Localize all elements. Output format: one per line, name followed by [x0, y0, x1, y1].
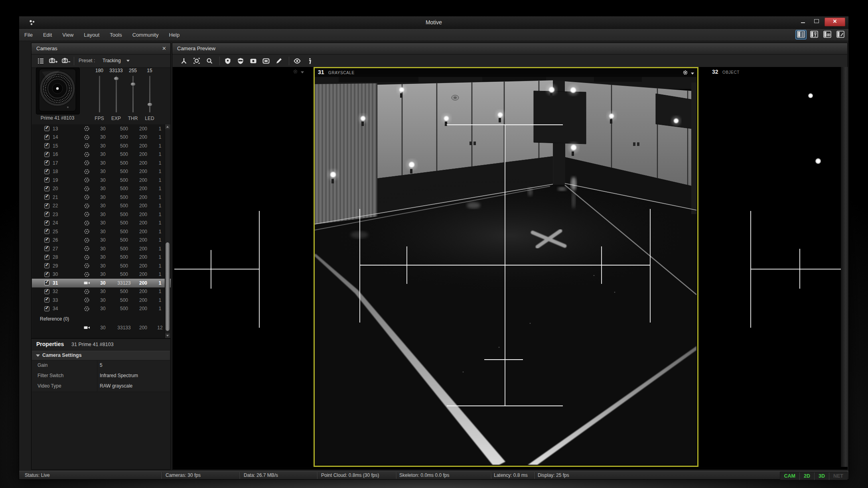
camera-32-preview[interactable]: 32 OBJECT [700, 67, 841, 467]
camera-checkbox[interactable]: ✓ [44, 289, 49, 294]
camera-row-22[interactable]: ✓22305002001 [32, 202, 171, 211]
camera-checkbox[interactable]: ✓ [44, 195, 49, 200]
slider-thumb[interactable] [147, 102, 152, 106]
property-row-video-type[interactable]: Video Type RAW grayscale [32, 381, 170, 392]
property-row-filter-switch[interactable]: Filter Switch Infrared Spectrum [32, 371, 170, 382]
camera-row-20[interactable]: ✓20305002001 [32, 185, 171, 193]
scrollbar-thumb[interactable] [166, 242, 170, 331]
camera-row-19[interactable]: ✓19305002001 [32, 176, 171, 185]
camera-row-18[interactable]: ✓18305002001 [32, 167, 171, 176]
cameras-panel-header[interactable]: Cameras ✕ [32, 43, 170, 55]
slider-led[interactable]: 15LED [142, 68, 158, 121]
scroll-down-icon[interactable] [165, 333, 170, 338]
camera-settings-section[interactable]: Camera Settings [32, 351, 170, 360]
camera-checkbox[interactable]: ✓ [44, 297, 49, 303]
slider-track[interactable] [149, 76, 150, 112]
slider-thumb[interactable] [114, 77, 119, 81]
camera-options-gear-icon[interactable] [293, 69, 304, 76]
camera-row-17[interactable]: ✓17305002001 [32, 159, 171, 167]
slider-exp[interactable]: 33133EXP [108, 68, 124, 121]
layout-edit-button[interactable] [835, 30, 846, 39]
reference-row[interactable]: 303313320012 [32, 323, 171, 332]
mask-band-icon[interactable] [237, 57, 244, 65]
preset-dropdown[interactable]: Tracking [103, 57, 121, 65]
slider-fps[interactable]: 180FPS [91, 68, 107, 121]
close-panel-icon[interactable]: ✕ [162, 43, 166, 54]
draw-mask-icon[interactable] [275, 57, 282, 65]
camera-row-30[interactable]: ✓30305002001 [32, 270, 171, 279]
camera-checkbox[interactable]: ✓ [44, 203, 49, 209]
camera-checkbox[interactable]: ✓ [44, 160, 49, 165]
axis-tool-icon[interactable] [180, 57, 187, 65]
zoom-fit-icon[interactable] [193, 57, 200, 65]
close-button[interactable]: ✕ [825, 18, 845, 26]
camera-checkbox[interactable]: ✓ [44, 238, 49, 243]
mask-add-icon[interactable] [224, 57, 231, 65]
menu-item-view[interactable]: View [57, 30, 79, 41]
camera-row-33[interactable]: ✓33305002001 [32, 296, 171, 305]
menu-item-layout[interactable]: Layout [79, 30, 105, 41]
marker-mode-icon[interactable] [250, 57, 257, 65]
remove-camera-icon[interactable] [62, 57, 71, 65]
menu-item-tools[interactable]: Tools [105, 30, 127, 41]
camera-checkbox[interactable]: ✓ [44, 135, 49, 140]
camera-options-gear-icon[interactable] [683, 70, 694, 77]
camera-preview-left[interactable] [173, 67, 314, 467]
layout-skeleton-button[interactable] [809, 30, 820, 39]
camera-checkbox[interactable]: ✓ [44, 220, 49, 226]
zoom-icon[interactable] [206, 57, 213, 65]
camera-row-27[interactable]: ✓27305002001 [32, 244, 171, 253]
camera-row-21[interactable]: ✓21305002001 [32, 193, 171, 202]
visibility-icon[interactable] [294, 57, 301, 65]
camera-row-28[interactable]: ✓28305002001 [32, 253, 171, 262]
camera-checkbox[interactable]: ✓ [44, 306, 49, 311]
camera-checkbox[interactable]: ✓ [44, 212, 49, 217]
camera-row-16[interactable]: ✓16305002001 [32, 150, 171, 159]
property-row-gain[interactable]: Gain 5 [32, 360, 170, 371]
slider-thr[interactable]: 255THR [125, 68, 141, 121]
camera-row-31[interactable]: ✓3130331232001 [32, 279, 171, 287]
layout-calibrate-button[interactable] [795, 30, 807, 39]
camera-checkbox[interactable]: ✓ [44, 272, 49, 277]
info-icon[interactable] [306, 57, 314, 65]
camera-checkbox[interactable]: ✓ [44, 255, 49, 260]
camera-checkbox[interactable]: ✓ [44, 263, 49, 268]
camera-checkbox[interactable]: ✓ [44, 143, 49, 148]
camera-thumbnail[interactable] [36, 67, 80, 114]
camera-checkbox[interactable]: ✓ [44, 126, 49, 131]
camera-row-34[interactable]: ✓34305002001 [32, 305, 171, 313]
camera-31-preview[interactable]: 31 GRAYSCALE [314, 67, 698, 467]
camera-row-15[interactable]: ✓15305002001 [32, 142, 171, 150]
camera-row-29[interactable]: ✓29305002001 [32, 262, 171, 270]
slider-track[interactable] [99, 76, 100, 112]
title-bar[interactable]: Motive ✕ [19, 16, 848, 29]
menu-item-help[interactable]: Help [164, 30, 185, 41]
list-view-icon[interactable] [37, 57, 44, 65]
camera-preview-header[interactable]: Camera Preview [172, 43, 847, 55]
maximize-button[interactable] [811, 18, 822, 26]
menu-item-community[interactable]: Community [127, 30, 164, 41]
slider-track[interactable] [132, 76, 134, 112]
camera-row-24[interactable]: ✓24305002001 [32, 219, 171, 228]
camera-row-13[interactable]: ✓13305002001 [32, 124, 171, 133]
camera-list-scrollbar[interactable] [165, 124, 170, 338]
camera-checkbox[interactable]: ✓ [44, 280, 49, 285]
camera-row-25[interactable]: ✓25305002001 [32, 227, 171, 236]
minimize-button[interactable] [797, 18, 809, 26]
camera-row-23[interactable]: ✓23305002001 [32, 210, 171, 219]
scroll-up-icon[interactable] [165, 124, 170, 129]
menu-item-edit[interactable]: Edit [38, 30, 57, 41]
slider-track[interactable] [116, 76, 117, 112]
camera-checkbox[interactable]: ✓ [44, 169, 49, 174]
camera-checkbox[interactable]: ✓ [44, 152, 49, 157]
menu-item-file[interactable]: File [19, 30, 38, 41]
camera-row-32[interactable]: ✓32305002001 [32, 287, 171, 296]
add-camera-icon[interactable] [49, 57, 58, 65]
camera-row-26[interactable]: ✓26305002001 [32, 236, 171, 245]
slider-thumb[interactable] [130, 82, 136, 86]
layout-capture-button[interactable] [822, 30, 833, 39]
camera-checkbox[interactable]: ✓ [44, 186, 49, 191]
camera-checkbox[interactable]: ✓ [44, 229, 49, 234]
camera-checkbox[interactable]: ✓ [44, 177, 49, 183]
camera-checkbox[interactable]: ✓ [44, 246, 49, 251]
